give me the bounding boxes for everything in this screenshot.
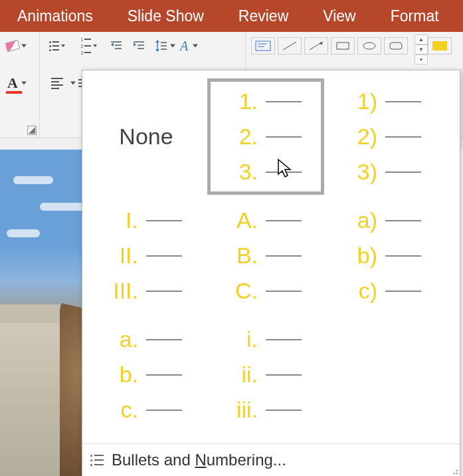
chevron-down-icon <box>61 45 65 47</box>
tab-view[interactable]: View <box>306 0 373 32</box>
svg-point-21 <box>363 43 375 49</box>
svg-marker-9 <box>155 40 159 43</box>
shape-line[interactable] <box>278 37 302 55</box>
numbering-option-lower-alpha-period[interactable]: a. b. c. <box>88 316 205 433</box>
numbering-option-none[interactable]: None <box>88 78 205 195</box>
shapes-gallery <box>248 35 415 64</box>
numbering-option-lower-alpha-paren[interactable]: a) b) c) <box>327 197 444 314</box>
line-spacing-button[interactable] <box>151 36 171 56</box>
shape-oval[interactable] <box>357 37 381 55</box>
font-color-a-icon: A <box>7 74 18 92</box>
bullets-and-numbering-label: Bullets and Numbering... <box>112 451 286 469</box>
decrease-indent-icon <box>110 40 123 52</box>
numbering-option-upper-roman[interactable]: I. II. III. <box>88 197 205 314</box>
svg-marker-10 <box>155 49 159 52</box>
numbering-option-upper-alpha[interactable]: A. B. C. <box>207 197 324 314</box>
increase-indent-button[interactable] <box>129 36 149 56</box>
clear-formatting-button[interactable] <box>3 36 23 56</box>
numbering-icon: 1 2 3 <box>81 37 92 55</box>
resize-grip[interactable] <box>450 467 458 475</box>
svg-marker-7 <box>134 43 136 47</box>
increase-indent-icon <box>132 40 145 52</box>
text-direction-icon: A <box>180 39 188 54</box>
svg-marker-3 <box>111 43 114 47</box>
svg-rect-14 <box>256 41 270 51</box>
numbering-dropdown[interactable]: 1 2 3 <box>74 36 104 56</box>
tab-format[interactable]: Format <box>373 0 456 32</box>
shape-roundrect[interactable] <box>384 37 408 55</box>
shape-rect[interactable] <box>331 37 355 55</box>
svg-line-18 <box>310 43 322 50</box>
bullets-and-numbering-link[interactable]: Bullets and Numbering... <box>82 443 460 476</box>
font-color-button[interactable]: A <box>3 73 23 93</box>
font-group-launcher[interactable] <box>27 126 37 135</box>
shapes-scroll: ▲ ▼ ▾ <box>415 35 428 64</box>
chevron-down-icon <box>93 45 97 47</box>
decrease-indent-button[interactable] <box>106 36 126 56</box>
align-left-button[interactable] <box>43 73 72 93</box>
shape-fill-swatch[interactable] <box>428 37 452 55</box>
text-direction-button[interactable]: A <box>174 36 194 56</box>
shapes-scroll-more[interactable]: ▾ <box>415 55 428 64</box>
numbering-option-lower-roman[interactable]: i. ii. iii. <box>207 316 324 433</box>
svg-line-17 <box>283 42 296 50</box>
svg-rect-22 <box>390 43 402 49</box>
shapes-scroll-up[interactable]: ▲ <box>415 35 428 45</box>
bullets-dropdown[interactable] <box>43 36 72 56</box>
align-left-icon <box>51 78 63 89</box>
none-label: None <box>119 124 173 150</box>
list-icon <box>90 455 104 466</box>
numbering-option-decimal-paren[interactable]: 1) 2) 3) <box>327 78 444 195</box>
tab-animations[interactable]: Animations <box>0 0 110 32</box>
eraser-icon <box>5 40 21 53</box>
fill-swatch-icon <box>432 41 447 51</box>
shape-arrow[interactable] <box>304 37 328 55</box>
line-spacing-icon <box>155 39 168 53</box>
numbering-gallery-panel: None 1. 2. 3. 1) 2) 3) I. II. III. <box>82 70 460 476</box>
ribbon-tabs: Animations Slide Show Review View Format <box>0 0 463 32</box>
shapes-scroll-down[interactable]: ▼ <box>415 45 428 55</box>
tab-slide-show[interactable]: Slide Show <box>110 0 221 32</box>
bullets-icon <box>49 41 59 51</box>
shape-textbox[interactable] <box>251 37 275 55</box>
numbering-option-decimal-period[interactable]: 1. 2. 3. <box>207 78 324 195</box>
tab-review[interactable]: Review <box>221 0 306 32</box>
svg-rect-20 <box>337 43 349 49</box>
